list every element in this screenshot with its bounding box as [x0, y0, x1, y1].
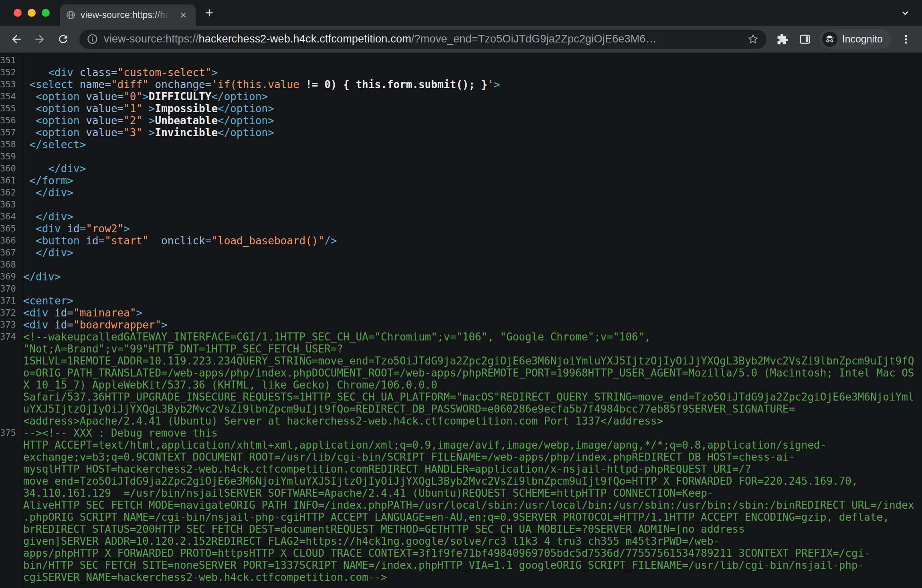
tab-close-icon[interactable]	[176, 8, 190, 22]
menu-kebab-icon[interactable]	[896, 29, 916, 50]
source-code-text: <div class="custom-select">	[19, 66, 922, 79]
gutter-divider	[23, 53, 23, 588]
source-line: 367 </div>	[0, 247, 922, 259]
view-source-content[interactable]: 351352 <div class="custom-select">353 <s…	[0, 53, 922, 588]
reload-button[interactable]	[52, 28, 74, 50]
line-number: 357	[0, 127, 19, 139]
source-code-text: <option value="0">DIFFICULTY</option>	[19, 91, 922, 103]
site-info-icon[interactable]	[87, 33, 98, 45]
line-number: 351	[0, 54, 19, 66]
source-view: 351352 <div class="custom-select">353 <s…	[0, 54, 922, 583]
line-number: 372	[0, 307, 19, 319]
source-line: 372<div id="mainarea">	[0, 307, 922, 319]
close-window-button[interactable]	[14, 9, 22, 17]
chevron-down-icon[interactable]	[896, 4, 914, 22]
source-code-text: </form>	[19, 175, 922, 187]
line-number: 365	[0, 223, 19, 235]
line-number: 375	[0, 427, 19, 583]
source-code-text: <!--wakeupcalledGATEWAY_INTERFACE=CGI/1.…	[19, 331, 922, 427]
line-number: 367	[0, 247, 19, 259]
line-number: 364	[0, 211, 19, 223]
line-number: 356	[0, 115, 19, 127]
line-number: 360	[0, 163, 19, 175]
source-code-text	[19, 54, 922, 66]
source-line: 373<div id="boardwrapper">	[0, 319, 922, 331]
line-number: 366	[0, 235, 19, 247]
line-number: 355	[0, 103, 19, 115]
incognito-badge[interactable]: Incognito	[819, 29, 892, 49]
source-code-text: <center>	[19, 295, 922, 307]
line-number: 363	[0, 199, 19, 211]
source-line: 363	[0, 199, 922, 211]
source-line: 358 </select>	[0, 139, 922, 151]
source-line: 357 <option value="3" >Invincible</optio…	[0, 127, 922, 139]
navigation-toolbar: view-source:https://hackerchess2-web.h4c…	[0, 26, 922, 53]
back-button[interactable]	[6, 28, 27, 50]
globe-favicon-icon	[66, 10, 76, 20]
forward-button[interactable]	[29, 28, 51, 50]
source-line: 365 <div id="row2">	[0, 223, 922, 235]
line-number: 370	[0, 283, 19, 295]
window-controls	[14, 9, 50, 17]
source-line: 352 <div class="custom-select">	[0, 66, 922, 79]
line-number: 369	[0, 271, 19, 283]
source-line: 353 <select name="diff" onchange='if(thi…	[0, 79, 922, 91]
line-number: 373	[0, 319, 19, 331]
line-number: 352	[0, 66, 19, 79]
source-code-text: <button id="start" onclick="load_baseboa…	[19, 235, 922, 247]
incognito-label: Incognito	[842, 33, 883, 45]
line-number: 374	[0, 331, 19, 427]
source-line: 361 </form>	[0, 175, 922, 187]
bookmark-star-icon[interactable]	[747, 33, 759, 45]
source-code-text: <div id="boardwrapper">	[19, 319, 922, 331]
source-line: 375--><!-- XXX : Debug remove this HTTP_…	[0, 427, 922, 583]
source-code-text	[19, 283, 922, 295]
source-line: 351	[0, 54, 922, 66]
source-line: 371<center>	[0, 295, 922, 307]
url-path: /?move_end=Tzo5OiJTdG9ja2Zpc2giOjE6e3M6…	[411, 33, 657, 45]
line-number: 359	[0, 151, 19, 163]
source-code-text: <select name="diff" onchange='if(this.va…	[19, 79, 922, 91]
incognito-icon	[822, 32, 837, 47]
source-line: 355 <option value="1" >Impossible</optio…	[0, 103, 922, 115]
line-number: 361	[0, 175, 19, 187]
source-code-text: </div>	[19, 187, 922, 199]
source-line: 362 </div>	[0, 187, 922, 199]
address-bar[interactable]: view-source:https://hackerchess2-web.h4c…	[79, 30, 766, 49]
zoom-window-button[interactable]	[42, 9, 50, 17]
source-code-text: --><!-- XXX : Debug remove this HTTP_ACC…	[19, 427, 922, 583]
minimize-window-button[interactable]	[28, 9, 36, 17]
source-code-text: </div>	[19, 211, 922, 223]
line-number: 353	[0, 79, 19, 91]
source-line: 368	[0, 259, 922, 271]
source-line: 364 </div>	[0, 211, 922, 223]
source-code-text: </div>	[19, 247, 922, 259]
source-line: 360 </div>	[0, 163, 922, 175]
new-tab-button[interactable]	[200, 4, 218, 22]
browser-tab[interactable]: view-source:https://hackerches	[60, 4, 196, 26]
line-number: 368	[0, 259, 19, 271]
source-code-text: <div id="mainarea">	[19, 307, 922, 319]
source-line: 366 <button id="start" onclick="load_bas…	[0, 235, 922, 247]
url-scheme: view-source:https://	[104, 33, 199, 45]
source-line: 359	[0, 151, 922, 163]
source-code-text	[19, 199, 922, 211]
line-number: 371	[0, 295, 19, 307]
line-number: 362	[0, 187, 19, 199]
tab-strip: view-source:https://hackerches	[0, 0, 922, 26]
source-line: 354 <option value="0">DIFFICULTY</option…	[0, 91, 922, 103]
source-code-text: </div>	[19, 271, 922, 283]
source-line: 370	[0, 283, 922, 295]
source-code-text	[19, 151, 922, 163]
extensions-puzzle-icon[interactable]	[772, 29, 793, 50]
url-text: view-source:https://hackerchess2-web.h4c…	[104, 33, 741, 45]
source-code-text	[19, 259, 922, 271]
tab-title: view-source:https://hackerches	[81, 10, 172, 20]
side-panel-icon[interactable]	[795, 29, 815, 50]
line-number: 358	[0, 139, 19, 151]
source-code-text: <option value="2" >Unbeatable</option>	[19, 115, 922, 127]
source-line: 374<!--wakeupcalledGATEWAY_INTERFACE=CGI…	[0, 331, 922, 427]
url-host: hackerchess2-web.h4ck.ctfcompetition.com	[199, 33, 411, 45]
source-code-text: <option value="1" >Impossible</option>	[19, 103, 922, 115]
source-code-text: <div id="row2">	[19, 223, 922, 235]
